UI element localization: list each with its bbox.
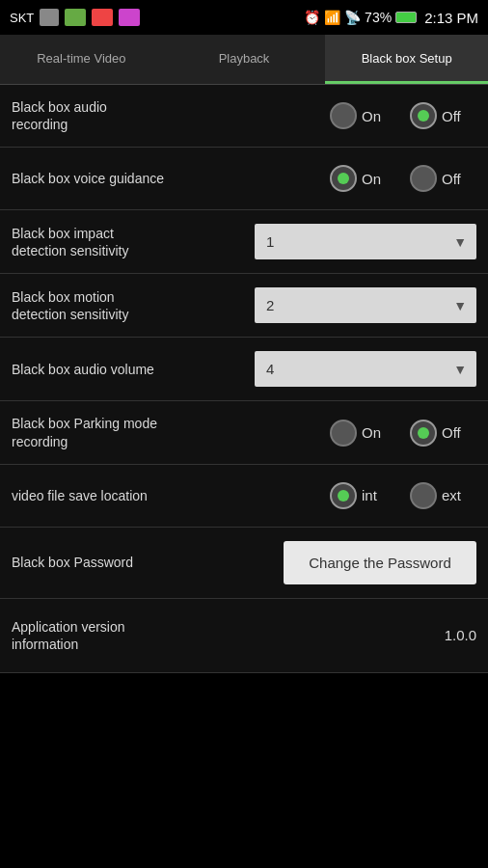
parking-on-circle: [330, 420, 357, 447]
save-location-label: video file save location: [12, 487, 322, 504]
save-int-dot: [338, 490, 349, 502]
app-version-label: Application versioninformation: [12, 618, 125, 653]
setting-audio-volume: Black box audio volume 1 2 3 4 5 ▼: [0, 338, 488, 401]
motion-sensitivity-dropdown-wrapper: 1 2 3 4 5 ▼: [255, 287, 476, 323]
signal-icon: 📡: [344, 10, 361, 25]
audio-off-dot: [418, 110, 429, 122]
setting-audio-recording: Black box audiorecording On Off: [0, 85, 488, 148]
setting-parking-mode: Black box Parking moderecording On Off: [0, 401, 488, 464]
audio-volume-label: Black box audio volume: [12, 361, 255, 378]
settings-list: Black box audiorecording On Off Black bo…: [0, 85, 488, 673]
parking-on-label: On: [362, 424, 389, 441]
alarm-icon: ⏰: [304, 10, 320, 25]
audio-recording-off[interactable]: Off: [402, 98, 476, 133]
voice-off-circle: [410, 165, 437, 192]
password-control: Change the Password: [284, 541, 476, 584]
impact-sensitivity-control: 1 2 3 4 5 ▼: [255, 224, 476, 259]
voice-off-dot-empty: [418, 173, 429, 184]
audio-recording-on[interactable]: On: [322, 98, 396, 133]
password-label: Black box Password: [12, 554, 284, 571]
save-int-label: int: [362, 487, 389, 503]
impact-sensitivity-label: Black box impactdetection sensitivity: [12, 225, 255, 259]
setting-motion-sensitivity: Black box motiondetection sensitivity 1 …: [0, 274, 488, 338]
save-location-control: int ext: [322, 478, 476, 513]
status-bar-left: SKT: [10, 9, 140, 26]
app-icon-4: [119, 9, 140, 26]
parking-on[interactable]: On: [322, 416, 396, 450]
tab-playback[interactable]: Playback: [163, 35, 326, 84]
voice-on-circle: [330, 165, 357, 192]
motion-sensitivity-control: 1 2 3 4 5 ▼: [255, 287, 476, 323]
voice-guidance-control: On Off: [322, 161, 476, 196]
voice-off-label: Off: [442, 171, 469, 187]
audio-on-dot-empty: [338, 110, 349, 122]
wifi-icon: 📶: [324, 10, 340, 25]
app-version-row: Application versioninformation 1.0.0: [0, 599, 488, 673]
audio-off-label: Off: [442, 108, 469, 124]
parking-mode-label: Black box Parking moderecording: [12, 415, 322, 449]
voice-on-dot: [338, 173, 349, 184]
battery-icon: [395, 12, 417, 23]
setting-password: Black box Password Change the Password: [0, 528, 488, 599]
audio-recording-label: Black box audiorecording: [12, 98, 322, 133]
audio-on-circle: [330, 102, 357, 129]
audio-volume-dropdown-wrapper: 1 2 3 4 5 ▼: [255, 351, 476, 387]
voice-guidance-on[interactable]: On: [322, 161, 396, 196]
motion-sensitivity-select[interactable]: 1 2 3 4 5: [255, 287, 476, 323]
impact-sensitivity-select[interactable]: 1 2 3 4 5: [255, 224, 476, 259]
tab-blackbox[interactable]: Black box Setup: [325, 35, 488, 84]
parking-on-dot-empty: [338, 427, 349, 439]
save-int-circle: [330, 482, 357, 509]
audio-off-circle: [410, 102, 437, 129]
app-icon-2: [65, 9, 86, 26]
app-icon-1: [40, 9, 59, 26]
parking-off-circle: [410, 420, 437, 447]
impact-sensitivity-dropdown-wrapper: 1 2 3 4 5 ▼: [255, 224, 476, 259]
save-ext-dot-empty: [418, 490, 429, 502]
time-label: 2:13 PM: [424, 10, 478, 26]
status-bar-right: ⏰ 📶 📡 73% 2:13 PM: [304, 10, 478, 26]
save-ext[interactable]: ext: [402, 478, 476, 513]
audio-volume-control: 1 2 3 4 5 ▼: [255, 351, 476, 387]
parking-off[interactable]: Off: [402, 416, 476, 450]
status-bar: SKT ⏰ 📶 📡 73% 2:13 PM: [0, 0, 488, 35]
voice-guidance-label: Black box voice guidance: [12, 170, 322, 187]
save-ext-label: ext: [442, 487, 469, 503]
audio-on-label: On: [362, 108, 389, 124]
save-ext-circle: [410, 482, 437, 509]
parking-off-dot: [418, 427, 429, 439]
audio-recording-control: On Off: [322, 98, 476, 133]
voice-guidance-off[interactable]: Off: [402, 161, 476, 196]
battery-label: 73%: [365, 10, 392, 25]
parking-mode-control: On Off: [322, 416, 476, 450]
parking-off-label: Off: [442, 424, 469, 441]
motion-sensitivity-label: Black box motiondetection sensitivity: [12, 288, 255, 323]
save-int[interactable]: int: [322, 478, 396, 513]
tab-bar: Real-time Video Playback Black box Setup: [0, 35, 488, 85]
audio-volume-select[interactable]: 1 2 3 4 5: [255, 351, 476, 387]
carrier-label: SKT: [10, 11, 34, 25]
change-password-button[interactable]: Change the Password: [284, 541, 476, 584]
tab-realtime[interactable]: Real-time Video: [0, 35, 163, 84]
setting-voice-guidance: Black box voice guidance On Off: [0, 148, 488, 210]
app-icon-3: [92, 9, 113, 26]
setting-save-location: video file save location int ext: [0, 465, 488, 528]
setting-impact-sensitivity: Black box impactdetection sensitivity 1 …: [0, 210, 488, 274]
voice-on-label: On: [362, 171, 389, 187]
app-version-value: 1.0.0: [445, 627, 476, 643]
